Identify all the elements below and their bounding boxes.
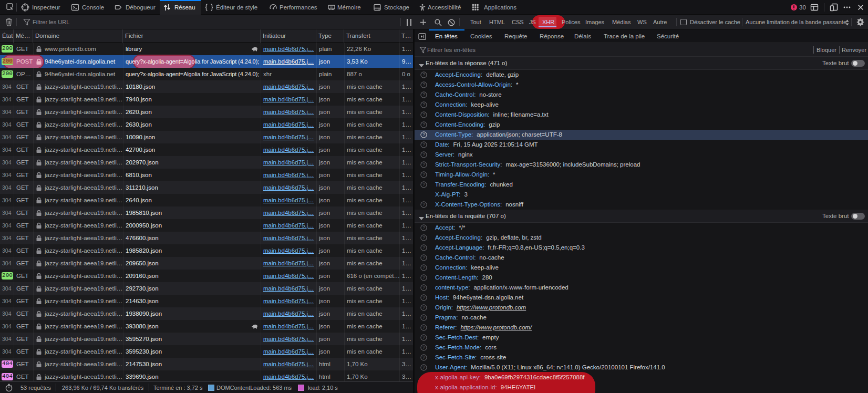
svg-text:?: ? [422,102,425,107]
svg-text:?: ? [422,92,425,97]
svg-text:?: ? [422,325,425,330]
svg-text:?: ? [422,235,425,240]
svg-text:?: ? [422,305,425,310]
svg-text:?: ? [422,142,425,147]
svg-text:?: ? [422,225,425,230]
svg-text:?: ? [422,255,425,260]
svg-text:?: ? [422,245,425,250]
svg-text:?: ? [422,82,425,87]
svg-text:?: ? [422,112,425,117]
svg-text:?: ? [422,275,425,280]
svg-text:?: ? [422,345,425,350]
svg-text:?: ? [422,122,425,127]
svg-text:?: ? [422,335,425,340]
svg-text:?: ? [422,182,425,187]
svg-text:?: ? [422,152,425,157]
svg-text:?: ? [422,355,425,360]
svg-text:?: ? [422,285,425,290]
svg-text:?: ? [422,315,425,320]
svg-text:?: ? [422,162,425,167]
svg-text:?: ? [422,72,425,77]
svg-text:?: ? [422,132,425,137]
svg-text:?: ? [422,295,425,300]
svg-text:?: ? [422,265,425,270]
svg-text:?: ? [422,365,425,370]
svg-text:?: ? [422,172,425,177]
svg-text:?: ? [422,202,425,207]
